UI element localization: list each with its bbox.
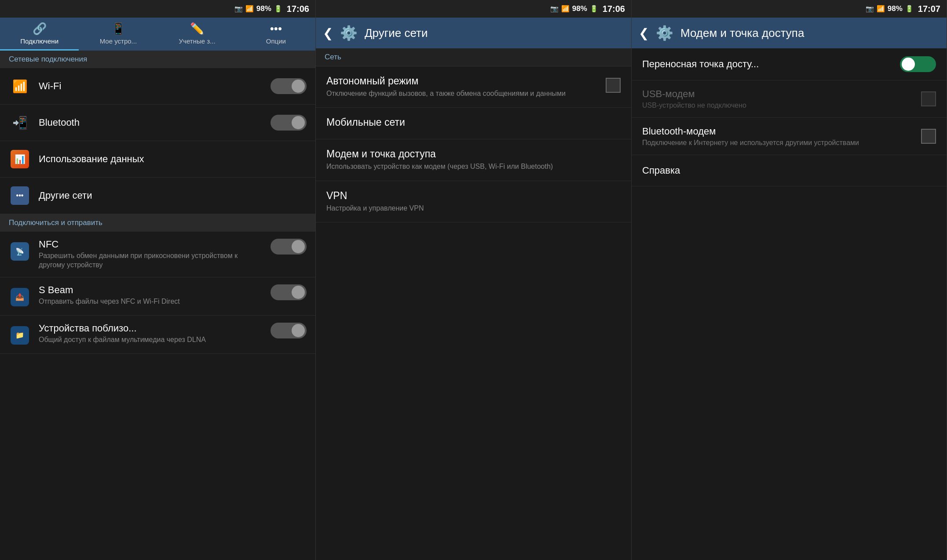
wifi-toggle-switch[interactable] — [271, 78, 307, 94]
sbeam-icon: 📤 — [11, 288, 29, 306]
back-button-2[interactable]: ❮ — [323, 26, 333, 40]
section-network-2: Сеть — [316, 48, 631, 66]
settings-sbeam[interactable]: 📤 S Beam Отправить файлы через NFC и Wi-… — [0, 277, 315, 316]
signal-icon-3: 📶 — [877, 5, 885, 13]
battery-3: 98% — [888, 4, 903, 13]
panel3-title: Модем и точка доступа — [680, 26, 804, 40]
modem-hotspot-subtitle: Использовать устройство как модем (через… — [326, 162, 621, 171]
wifi-icon: 📶 — [12, 79, 28, 94]
bt-modem-content: Bluetooth-модем Подключение к Интернету … — [642, 126, 921, 147]
usb-modem-checkbox[interactable] — [921, 91, 936, 106]
other-networks-icon: ••• — [11, 186, 29, 205]
tab-options[interactable]: ••• Опции — [237, 18, 315, 51]
gear-icon-2: ⚙️ — [340, 25, 358, 41]
settings-wifi[interactable]: 📶 Wi-Fi — [0, 68, 315, 105]
tab-connections-label: Подключени — [20, 37, 59, 45]
settings-other-networks[interactable]: ••• Другие сети — [0, 178, 315, 214]
settings-data-usage[interactable]: 📊 Использование данных — [0, 141, 315, 178]
settings-bluetooth[interactable]: 📲 Bluetooth — [0, 105, 315, 141]
data-usage-icon-wrapper: 📊 — [9, 148, 31, 170]
nearby-toggle-switch[interactable] — [271, 323, 307, 338]
battery-icon: 🔋 — [274, 5, 282, 13]
sbeam-toggle[interactable] — [271, 284, 307, 300]
clock-3: 17:07 — [918, 4, 940, 14]
accounts-icon: ✏️ — [190, 22, 204, 36]
usb-modem-subtitle: USB-устройство не подключено — [642, 102, 921, 109]
sbeam-toggle-switch[interactable] — [271, 284, 307, 300]
nearby-subtitle: Общий доступ к файлам мультимедиа через … — [39, 335, 265, 345]
clock-2: 17:06 — [603, 4, 625, 14]
nfc-toggle[interactable] — [271, 239, 307, 255]
autonomous-checkbox[interactable] — [606, 78, 621, 93]
mydevice-icon: 📱 — [111, 22, 125, 36]
bluetooth-content: Bluetooth — [39, 117, 265, 128]
other-networks-icon-wrapper: ••• — [9, 185, 31, 207]
bluetooth-toggle-switch[interactable] — [271, 115, 307, 131]
mobile-networks-title: Мобильные сети — [326, 116, 621, 128]
nearby-toggle[interactable] — [271, 323, 307, 338]
autonomous-subtitle: Отключение функций вызовов, а также обме… — [326, 89, 600, 98]
settings-nearby[interactable]: 📁 Устройства поблизо... Общий доступ к ф… — [0, 316, 315, 354]
options-icon: ••• — [270, 22, 282, 36]
wifi-content: Wi-Fi — [39, 80, 265, 92]
menu-autonomous[interactable]: Автономный режим Отключение функций вызо… — [316, 66, 631, 108]
portable-hotspot-title: Переносная точка досту... — [642, 58, 900, 70]
nearby-content: Устройства поблизо... Общий доступ к фай… — [39, 323, 265, 345]
item-portable-hotspot[interactable]: Переносная точка досту... — [632, 48, 947, 80]
nfc-toggle-switch[interactable] — [271, 239, 307, 255]
tab-options-label: Опции — [266, 37, 286, 45]
vpn-title: VPN — [326, 190, 621, 202]
other-networks-content: Другие сети — [39, 190, 307, 201]
nfc-title: NFC — [39, 239, 265, 250]
back-button-3[interactable]: ❮ — [639, 26, 649, 40]
vpn-subtitle: Настройка и управление VPN — [326, 204, 621, 213]
notification-icon: 📷 — [234, 5, 243, 13]
usb-modem-content: USB-модем USB-устройство не подключено — [642, 88, 921, 109]
status-bar-1: 📷 📶 98% 🔋 17:06 — [0, 0, 315, 18]
tab-mydevice[interactable]: 📱 Мое устро... — [79, 18, 157, 51]
data-usage-content: Использование данных — [39, 153, 307, 165]
menu-vpn[interactable]: VPN Настройка и управление VPN — [316, 181, 631, 222]
panel2-header: ❮ ⚙️ Другие сети — [316, 18, 631, 48]
gear-icon-3: ⚙️ — [656, 25, 673, 41]
signal-icon: 📶 — [245, 5, 254, 13]
nfc-icon: 📡 — [11, 242, 29, 261]
status-bar-3: 📷 📶 98% 🔋 17:07 — [632, 0, 947, 18]
bt-modem-checkbox[interactable] — [921, 129, 936, 144]
item-usb-modem[interactable]: USB-модем USB-устройство не подключено — [632, 80, 947, 118]
tab-accounts-label: Учетные з... — [179, 37, 216, 45]
tab-connections[interactable]: 🔗 Подключени — [0, 18, 79, 51]
portable-hotspot-switch[interactable] — [900, 56, 936, 72]
autonomous-title: Автономный режим — [326, 75, 600, 87]
usb-modem-title: USB-модем — [642, 88, 921, 100]
connections-icon: 🔗 — [33, 22, 47, 36]
battery-percent: 98% — [256, 4, 271, 13]
panel2-title: Другие сети — [365, 26, 428, 40]
sbeam-title: S Beam — [39, 284, 265, 296]
autonomous-content: Автономный режим Отключение функций вызо… — [326, 75, 600, 98]
settings-nfc[interactable]: 📡 NFC Разрешить обмен данными при прикос… — [0, 232, 315, 277]
section-connect: Подключиться и отправить — [0, 214, 315, 232]
portable-hotspot-content: Переносная точка досту... — [642, 58, 900, 70]
notification-icon-3: 📷 — [866, 5, 874, 13]
nfc-subtitle: Разрешить обмен данными при прикосновени… — [39, 251, 265, 270]
wifi-icon-wrapper: 📶 — [9, 75, 31, 97]
help-title: Справка — [642, 165, 936, 176]
other-networks-title: Другие сети — [39, 190, 307, 201]
menu-modem-hotspot[interactable]: Модем и точка доступа Использовать устро… — [316, 139, 631, 181]
sbeam-icon-wrapper: 📤 — [9, 286, 31, 308]
modem-hotspot-title: Модем и точка доступа — [326, 148, 621, 160]
portable-hotspot-toggle[interactable] — [900, 56, 936, 72]
tab-accounts[interactable]: ✏️ Учетные з... — [158, 18, 237, 51]
bluetooth-toggle[interactable] — [271, 115, 307, 131]
data-usage-title: Использование данных — [39, 153, 307, 165]
item-help[interactable]: Справка — [632, 155, 947, 186]
menu-mobile-networks[interactable]: Мобильные сети — [316, 108, 631, 139]
panel-modem-hotspot: 📷 📶 98% 🔋 17:07 ❮ ⚙️ Модем и точка досту… — [632, 0, 947, 560]
wifi-toggle[interactable] — [271, 78, 307, 94]
item-bt-modem[interactable]: Bluetooth-модем Подключение к Интернету … — [632, 118, 947, 155]
nearby-icon-wrapper: 📁 — [9, 324, 31, 346]
nfc-icon-wrapper: 📡 — [9, 240, 31, 262]
nfc-content: NFC Разрешить обмен данными при прикосно… — [39, 239, 265, 270]
battery-icon-3: 🔋 — [905, 5, 914, 13]
